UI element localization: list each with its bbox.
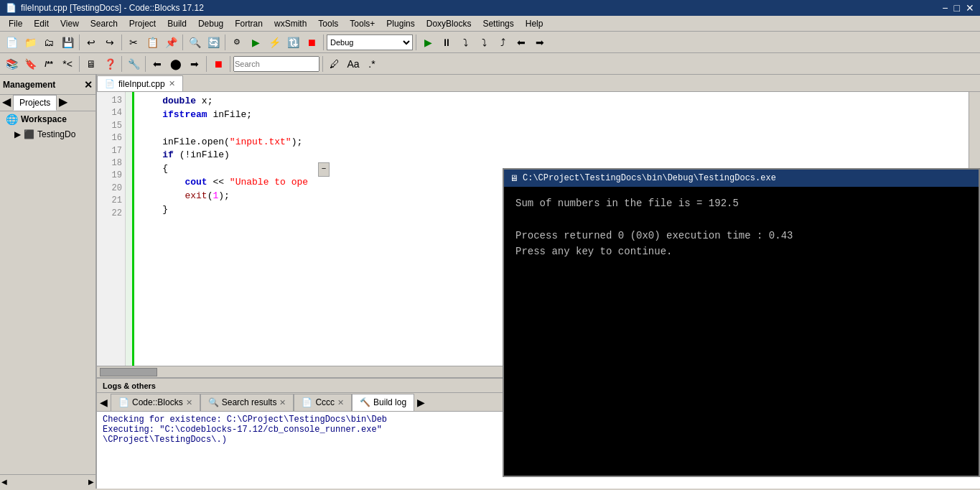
tab-codeblocks-close[interactable]: ✕ bbox=[186, 398, 192, 407]
tab-search-results[interactable]: 🔍 Search results ✕ bbox=[200, 394, 294, 411]
panel-nav-back[interactable]: ◀ bbox=[0, 95, 13, 111]
menu-debug[interactable]: Debug bbox=[192, 17, 229, 30]
workspace-icon: 🌐 bbox=[6, 114, 18, 125]
run-button[interactable]: ▶ bbox=[247, 34, 264, 51]
code-line-13: double x; bbox=[140, 95, 963, 108]
t2-btn6[interactable]: 🔧 bbox=[125, 55, 142, 73]
terminal-line-1: Sum of numbers in the file is = 192.5 bbox=[515, 195, 967, 211]
sep9 bbox=[145, 56, 146, 72]
menu-file[interactable]: File bbox=[3, 17, 28, 30]
tab-buildlog[interactable]: 🔨 Build log bbox=[352, 394, 414, 411]
sep12 bbox=[322, 56, 323, 72]
debug-stop-button[interactable]: ⏸ bbox=[438, 34, 455, 51]
open-button[interactable]: 📁 bbox=[22, 34, 39, 51]
undo-button[interactable]: ↩ bbox=[83, 34, 100, 51]
terminal-title-bar: 🖥 C:\CProject\TestingDocs\bin\Debug\Test… bbox=[504, 170, 979, 187]
menu-build[interactable]: Build bbox=[162, 17, 192, 30]
menu-toolsplus[interactable]: Tools+ bbox=[344, 17, 381, 30]
bookmark-btn[interactable]: ⬤ bbox=[167, 55, 185, 73]
rebuild-button[interactable]: 🔃 bbox=[284, 34, 302, 51]
menu-view[interactable]: View bbox=[55, 17, 85, 30]
copy-button[interactable]: 📋 bbox=[144, 34, 161, 51]
next-line-button[interactable]: ⤵ bbox=[457, 34, 474, 51]
menu-wxsmith[interactable]: wxSmith bbox=[269, 17, 312, 30]
find-button[interactable]: 🔍 bbox=[186, 34, 203, 51]
menu-settings[interactable]: Settings bbox=[477, 17, 519, 30]
bottom-tab-scroll-left[interactable]: ◀ bbox=[97, 395, 111, 410]
close-file-button[interactable]: 🗂 bbox=[40, 34, 57, 51]
step-out-button[interactable]: ⤴ bbox=[494, 34, 511, 51]
prev-button[interactable]: ⬅ bbox=[513, 34, 530, 51]
tab-cccc[interactable]: 📄 Cccc ✕ bbox=[294, 394, 352, 411]
app-icon: 📄 bbox=[6, 3, 17, 13]
editor-tab-filename: fileInput.cpp bbox=[118, 79, 165, 89]
menu-fortran[interactable]: Fortran bbox=[229, 17, 269, 30]
build-run-button[interactable]: ⚡ bbox=[266, 34, 283, 51]
menu-tools[interactable]: Tools bbox=[312, 17, 344, 30]
paste-button[interactable]: 📌 bbox=[162, 34, 179, 51]
t2-btn4[interactable]: 🖥 bbox=[83, 55, 100, 73]
t2-btn5[interactable]: ❓ bbox=[101, 55, 118, 73]
match-case-btn[interactable]: Aa bbox=[345, 55, 362, 73]
save-button[interactable]: 💾 bbox=[59, 34, 76, 51]
close-button[interactable]: ✕ bbox=[966, 2, 974, 14]
compile-button[interactable]: ⚙ bbox=[228, 34, 246, 51]
sep6 bbox=[416, 34, 416, 50]
sep2 bbox=[121, 34, 122, 50]
tab-search-close[interactable]: ✕ bbox=[279, 398, 286, 407]
code-line-17: if (!inFile) bbox=[140, 149, 963, 162]
tree-item-project[interactable]: ▶ ⬛ TestingDo bbox=[0, 127, 95, 142]
code-line-14: ifstream inFile; bbox=[140, 108, 963, 122]
step-in-button[interactable]: ⤵ bbox=[475, 34, 493, 51]
sep8 bbox=[121, 56, 122, 72]
new-button[interactable]: 📄 bbox=[3, 34, 20, 51]
menu-project[interactable]: Project bbox=[123, 17, 162, 30]
line-numbers: 13 14 15 16 17 18 19 20 21 22 bbox=[97, 92, 126, 366]
menu-plugins[interactable]: Plugins bbox=[381, 17, 420, 30]
tab-codeblocks[interactable]: 📄 Code::Blocks ✕ bbox=[111, 394, 200, 411]
regex-btn[interactable]: .* bbox=[363, 55, 381, 73]
tree-item-workspace[interactable]: 🌐 Workspace bbox=[0, 111, 95, 127]
jump-back-btn[interactable]: ⬅ bbox=[149, 55, 166, 73]
editor-tab-fileinput[interactable]: 📄 fileInput.cpp ✕ bbox=[97, 75, 183, 91]
bottom-tab-scroll-right[interactable]: ▶ bbox=[414, 395, 428, 410]
highlight-btn[interactable]: 🖊 bbox=[326, 55, 343, 73]
debug-run-button[interactable]: ▶ bbox=[419, 34, 437, 51]
panel-nav-fwd[interactable]: ▶ bbox=[57, 95, 70, 111]
redo-button[interactable]: ↪ bbox=[101, 34, 118, 51]
next-button[interactable]: ➡ bbox=[531, 34, 549, 51]
tab-buildlog-icon: 🔨 bbox=[360, 397, 370, 407]
sep10 bbox=[206, 56, 207, 72]
t2-btn3[interactable]: *< bbox=[59, 55, 76, 73]
editor-tabs: 📄 fileInput.cpp ✕ bbox=[97, 75, 980, 92]
build-target-combo[interactable]: Debug Release bbox=[327, 34, 413, 50]
maximize-button[interactable]: □ bbox=[954, 2, 960, 14]
panel-close-button[interactable]: ✕ bbox=[84, 79, 93, 91]
t2-btn2[interactable]: 🔖 bbox=[22, 55, 39, 73]
window-title: fileInput.cpp [TestingDocs] - Code::Bloc… bbox=[21, 3, 204, 13]
t2-btn1[interactable]: 📚 bbox=[3, 55, 20, 73]
t2-stop-btn[interactable]: ⏹ bbox=[210, 55, 227, 73]
h-scrollbar-thumb[interactable] bbox=[100, 368, 157, 376]
stop-button[interactable]: ⏹ bbox=[303, 34, 320, 51]
toolbar-1: 📄 📁 🗂 💾 ↩ ↪ ✂ 📋 📌 🔍 🔄 ⚙ ▶ ⚡ 🔃 ⏹ Debug Re… bbox=[0, 32, 980, 53]
comment-btn[interactable]: /** bbox=[40, 55, 57, 73]
tab-projects[interactable]: Projects bbox=[13, 95, 57, 111]
scroll-left-btn[interactable]: ◀ bbox=[1, 478, 7, 486]
sep3 bbox=[182, 34, 183, 50]
menu-search[interactable]: Search bbox=[85, 17, 123, 30]
tab-cccc-close[interactable]: ✕ bbox=[337, 398, 344, 407]
menu-edit[interactable]: Edit bbox=[28, 17, 55, 30]
editor-tab-close[interactable]: ✕ bbox=[169, 79, 175, 88]
cut-button[interactable]: ✂ bbox=[125, 34, 142, 51]
code-line-15 bbox=[140, 122, 963, 136]
menu-help[interactable]: Help bbox=[520, 17, 549, 30]
menu-doxyblocks[interactable]: DoxyBlocks bbox=[421, 17, 477, 30]
minimize-button[interactable]: − bbox=[942, 2, 948, 14]
scroll-right-btn[interactable]: ▶ bbox=[88, 478, 94, 486]
search-input[interactable] bbox=[233, 56, 319, 72]
replace-button[interactable]: 🔄 bbox=[205, 34, 222, 51]
tree-empty-area bbox=[0, 142, 95, 474]
jump-fwd-btn[interactable]: ➡ bbox=[186, 55, 203, 73]
tab-codeblocks-label: Code::Blocks bbox=[132, 397, 183, 407]
